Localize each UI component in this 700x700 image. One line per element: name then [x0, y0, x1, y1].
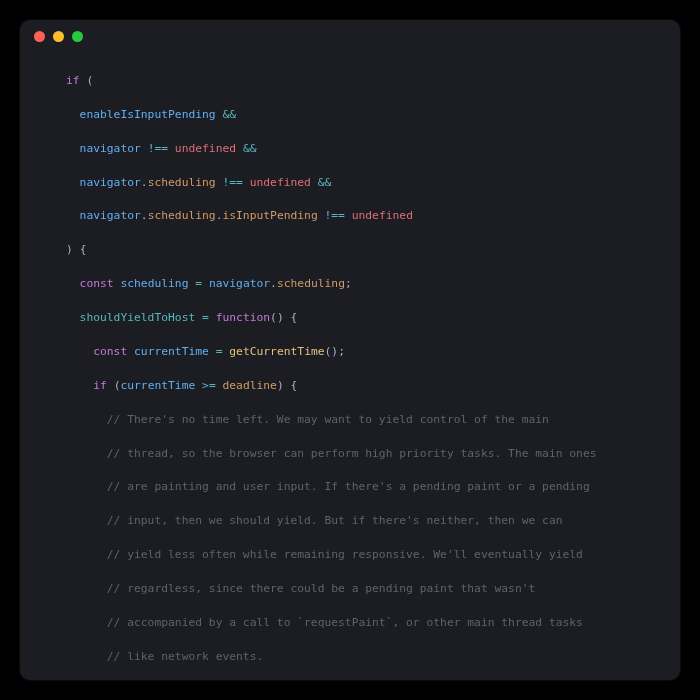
code-line: // yield less often while remaining resp… — [20, 547, 680, 564]
code-line: // thread, so the browser can perform hi… — [20, 446, 680, 463]
minimize-icon[interactable] — [53, 31, 64, 42]
code-line: navigator.scheduling !== undefined && — [20, 175, 680, 192]
code-line: // are painting and user input. If there… — [20, 479, 680, 496]
maximize-icon[interactable] — [72, 31, 83, 42]
code-line: const scheduling = navigator.scheduling; — [20, 276, 680, 293]
window-titlebar — [20, 20, 680, 52]
code-line: // input, then we should yield. But if t… — [20, 513, 680, 530]
close-icon[interactable] — [34, 31, 45, 42]
code-line: // like network events. — [20, 649, 680, 666]
code-line: navigator !== undefined && — [20, 141, 680, 158]
code-line: const currentTime = getCurrentTime(); — [20, 344, 680, 361]
code-line: if (currentTime >= deadline) { — [20, 378, 680, 395]
terminal-window: if ( enableIsInputPending && navigator !… — [20, 20, 680, 680]
code-line: if ( — [20, 73, 680, 90]
code-line: // regardless, since there could be a pe… — [20, 581, 680, 598]
code-line: // accompanied by a call to `requestPain… — [20, 615, 680, 632]
code-line: shouldYieldToHost = function() { — [20, 310, 680, 327]
code-line: navigator.scheduling.isInputPending !== … — [20, 208, 680, 225]
code-line: enableIsInputPending && — [20, 107, 680, 124]
code-block: if ( enableIsInputPending && navigator !… — [20, 52, 680, 680]
code-line: ) { — [20, 242, 680, 259]
code-line: // There's no time left. We may want to … — [20, 412, 680, 429]
